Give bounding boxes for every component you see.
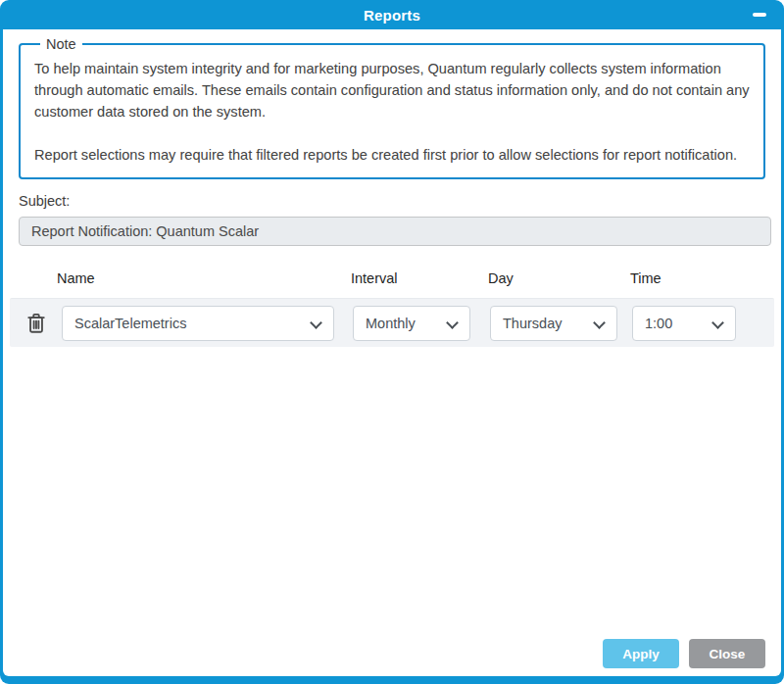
apply-button[interactable]: Apply [603, 639, 679, 668]
interval-select[interactable]: Monthly [353, 306, 470, 341]
dialog-title: Reports [364, 7, 420, 24]
minimize-icon [753, 13, 766, 17]
dialog-titlebar: Reports [3, 0, 781, 29]
trash-icon [25, 312, 47, 335]
schedule-header-row: Name Interval Day Time [10, 270, 774, 291]
time-select[interactable]: 1:00 [632, 306, 736, 341]
note-fieldset: Note To help maintain system integrity a… [19, 36, 765, 179]
note-paragraph-1: To help maintain system integrity and fo… [34, 58, 750, 122]
dialog-footer: Apply Close [19, 639, 765, 668]
schedule-row: ScalarTelemetrics Monthly Thursday 1:00 [10, 298, 774, 347]
report-name-select[interactable]: ScalarTelemetrics [62, 306, 334, 341]
minimize-button[interactable] [748, 0, 771, 29]
dialog-content: Note To help maintain system integrity a… [3, 29, 781, 676]
time-select-wrap: 1:00 [632, 306, 736, 341]
day-select-wrap: Thursday [490, 306, 617, 341]
report-name-select-wrap: ScalarTelemetrics [62, 306, 334, 341]
interval-select-wrap: Monthly [353, 306, 470, 341]
header-day: Day [488, 270, 514, 286]
note-legend: Note [40, 36, 82, 52]
header-interval: Interval [351, 270, 398, 286]
subject-label: Subject: [19, 193, 765, 209]
close-button[interactable]: Close [689, 639, 765, 668]
header-name: Name [57, 270, 95, 286]
subject-input[interactable] [19, 217, 771, 246]
header-time: Time [630, 270, 662, 286]
note-paragraph-2: Report selections may require that filte… [34, 144, 750, 166]
delete-row-button[interactable] [24, 310, 48, 337]
day-select[interactable]: Thursday [490, 306, 617, 341]
reports-dialog: Reports Note To help maintain system int… [0, 0, 784, 684]
report-schedule-table: Name Interval Day Time [10, 270, 774, 347]
